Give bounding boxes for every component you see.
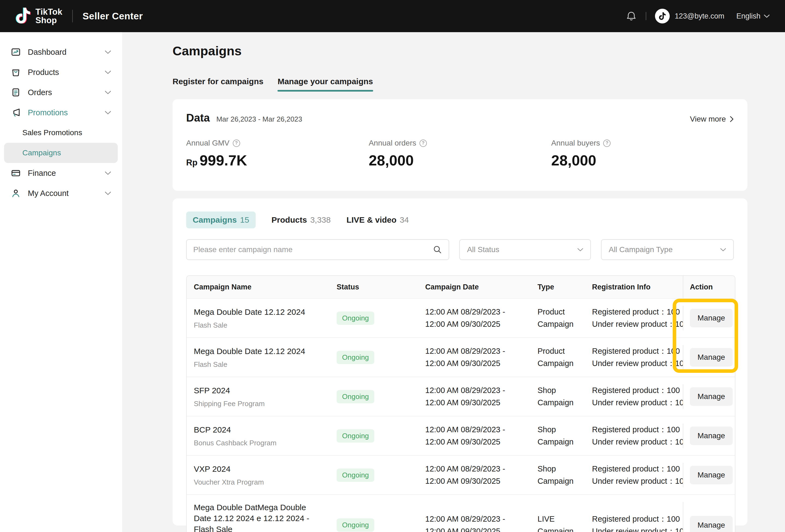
chevron-down-icon bbox=[764, 14, 770, 18]
products-count: 3,338 bbox=[310, 215, 331, 225]
status-badge: Ongoing bbox=[337, 518, 374, 532]
tab-manage-your-campaigns[interactable]: Manage your campaigns bbox=[277, 77, 373, 92]
tab-campaigns[interactable]: Campaigns 15 bbox=[186, 211, 256, 228]
stat-value: 28,000 bbox=[369, 152, 414, 169]
campaign-name[interactable]: Mega Double DatMega Double Date 12.12 20… bbox=[194, 502, 325, 532]
chevron-down-icon bbox=[105, 111, 111, 115]
header-divider bbox=[72, 10, 73, 22]
campaign-name[interactable]: Mega Double Date 12.12 2024 bbox=[194, 346, 325, 357]
campaigns-count: 15 bbox=[240, 215, 249, 225]
stat-annual-orders: Annual orders ? 28,000 bbox=[369, 139, 551, 169]
campaign-name[interactable]: VXP 2024 bbox=[194, 463, 325, 475]
manage-button[interactable]: Manage bbox=[690, 516, 733, 532]
manage-button[interactable]: Manage bbox=[690, 427, 733, 445]
finance-icon bbox=[11, 168, 21, 178]
brand-wordmark: TikTok Shop bbox=[35, 8, 62, 25]
page-title: Campaigns bbox=[173, 44, 748, 58]
campaign-type-filter-select[interactable]: All Campaign Type bbox=[601, 239, 734, 260]
registration-info: Registered product：100Under review produ… bbox=[587, 306, 683, 330]
table-row: VXP 2024Voucher Xtra Program Ongoing 12:… bbox=[187, 455, 735, 495]
data-date-range: Mar 26,2023 - Mar 26,2023 bbox=[217, 115, 302, 124]
question-circle-icon[interactable]: ? bbox=[233, 140, 240, 147]
sidebar-item-products[interactable]: Products bbox=[0, 62, 122, 82]
campaign-name[interactable]: Mega Double Date 12.12 2024 bbox=[194, 307, 325, 318]
products-icon bbox=[11, 67, 21, 77]
campaign-name[interactable]: BCP 2024 bbox=[194, 424, 325, 435]
search-input[interactable] bbox=[193, 245, 433, 254]
campaign-subtitle: Voucher Xtra Program bbox=[194, 478, 325, 486]
question-circle-icon[interactable]: ? bbox=[420, 140, 427, 147]
campaign-type: Shop Campaign bbox=[532, 424, 587, 448]
chevron-down-icon bbox=[105, 191, 111, 196]
manage-button[interactable]: Manage bbox=[690, 466, 733, 484]
tiktok-note-icon bbox=[15, 8, 31, 25]
campaign-type: Shop Campaign bbox=[532, 384, 587, 409]
col-registration-info: Registration Info bbox=[587, 283, 683, 292]
page-tabs: Register for campaigns Manage your campa… bbox=[173, 77, 748, 92]
status-badge: Ongoing bbox=[337, 468, 374, 482]
col-action: Action bbox=[683, 276, 735, 298]
tab-register-for-campaigns[interactable]: Register for campaigns bbox=[173, 77, 263, 92]
language-selector[interactable]: English bbox=[736, 12, 770, 21]
chevron-down-icon bbox=[105, 171, 111, 175]
table-header-row: Campaign Name Status Campaign Date Type … bbox=[187, 276, 735, 298]
language-label: English bbox=[736, 12, 760, 21]
campaign-type: Product Campaign bbox=[532, 345, 587, 370]
col-status: Status bbox=[331, 283, 420, 292]
top-header: TikTok Shop Seller Center 123@byte.com E… bbox=[0, 0, 785, 32]
campaign-search[interactable] bbox=[186, 239, 449, 260]
tab-live-video[interactable]: LIVE & video 34 bbox=[347, 215, 409, 225]
sidebar-item-finance[interactable]: Finance bbox=[0, 163, 122, 183]
sidebar-item-campaigns[interactable]: Campaigns bbox=[4, 143, 118, 163]
entity-tabs: Campaigns 15 Products 3,338 LIVE & video… bbox=[186, 211, 734, 228]
currency-prefix: Rp bbox=[186, 158, 197, 168]
search-icon[interactable] bbox=[433, 245, 442, 254]
sidebar-item-my-account[interactable]: My Account bbox=[0, 183, 122, 203]
col-campaign-name: Campaign Name bbox=[187, 283, 331, 292]
filter-bar: All Status All Campaign Type bbox=[186, 239, 734, 260]
campaign-table: Campaign Name Status Campaign Date Type … bbox=[186, 275, 735, 532]
data-card-title: Data bbox=[186, 112, 210, 124]
notification-bell-icon[interactable] bbox=[626, 10, 637, 22]
campaign-subtitle: Flash Sale bbox=[194, 360, 325, 369]
stat-value: 999.7K bbox=[200, 152, 247, 169]
campaign-subtitle: Shipping Fee Program bbox=[194, 400, 325, 408]
sidebar-nav: Dashboard Products Orders bbox=[0, 32, 122, 532]
sidebar-item-promotions[interactable]: Promotions bbox=[0, 102, 122, 123]
registration-info: Registered product：100Under review produ… bbox=[587, 384, 683, 409]
registration-info: Registered product：100Under review produ… bbox=[587, 345, 683, 370]
question-circle-icon[interactable]: ? bbox=[603, 140, 611, 147]
sidebar-item-sales-promotions[interactable]: Sales Promotions bbox=[0, 123, 122, 143]
status-badge: Ongoing bbox=[337, 429, 374, 442]
sidebar-item-dashboard[interactable]: Dashboard bbox=[0, 42, 122, 62]
campaign-name[interactable]: SFP 2024 bbox=[194, 385, 325, 396]
account-email[interactable]: 123@byte.com bbox=[675, 12, 724, 21]
chevron-right-icon bbox=[730, 116, 734, 123]
live-video-count: 34 bbox=[400, 215, 409, 225]
view-more-link[interactable]: View more bbox=[690, 115, 734, 124]
campaign-table-wrap: Campaign Name Status Campaign Date Type … bbox=[186, 275, 734, 532]
manage-button[interactable]: Manage bbox=[690, 387, 733, 406]
promotions-icon bbox=[11, 108, 21, 118]
main-content: Campaigns Register for campaigns Manage … bbox=[122, 32, 785, 532]
status-badge: Ongoing bbox=[337, 390, 374, 403]
registration-info: Registered product：100Under review produ… bbox=[587, 424, 683, 448]
tab-products[interactable]: Products 3,338 bbox=[272, 215, 331, 225]
tiktok-shop-logo[interactable]: TikTok Shop bbox=[15, 8, 62, 25]
sidebar-item-orders[interactable]: Orders bbox=[0, 82, 122, 102]
table-row: BCP 2024Bonus Cashback Program Ongoing 1… bbox=[187, 416, 735, 455]
manage-button[interactable]: Manage bbox=[690, 309, 733, 327]
manage-button[interactable]: Manage bbox=[690, 348, 733, 366]
chevron-down-icon bbox=[105, 50, 111, 54]
campaign-subtitle: Flash Sale bbox=[194, 321, 325, 329]
chevron-down-icon bbox=[577, 248, 583, 252]
registration-info: Registered product：100Under review produ… bbox=[587, 463, 683, 487]
col-type: Type bbox=[532, 283, 587, 292]
dashboard-icon bbox=[11, 47, 21, 57]
status-badge: Ongoing bbox=[337, 351, 374, 364]
status-filter-select[interactable]: All Status bbox=[459, 239, 591, 260]
account-avatar[interactable] bbox=[655, 9, 670, 23]
status-badge: Ongoing bbox=[337, 311, 374, 325]
stat-annual-gmv: Annual GMV ? Rp 999.7K bbox=[186, 139, 369, 169]
registration-info: Registered product：100Under review produ… bbox=[587, 513, 683, 532]
